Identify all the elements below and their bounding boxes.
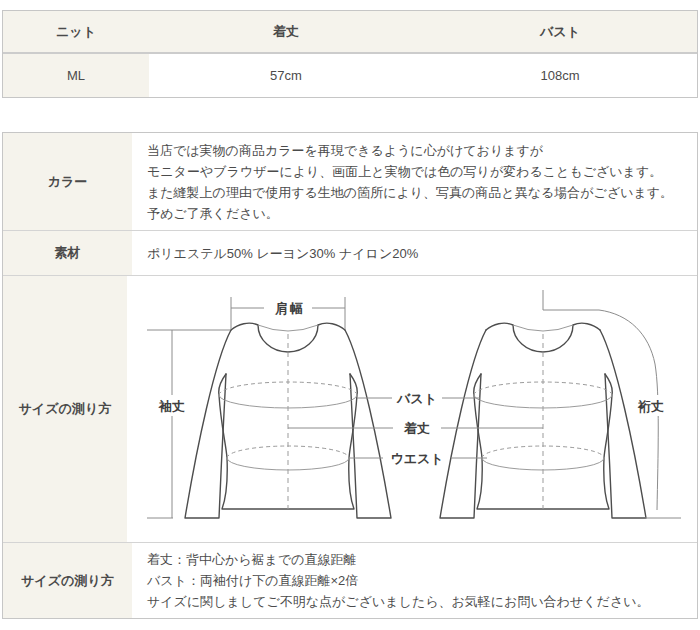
measuring-notes-label: サイズの測り方 bbox=[3, 543, 132, 618]
value-length: 57cm bbox=[149, 54, 423, 97]
size-table-header-row: ニット 着丈 バスト bbox=[3, 11, 697, 54]
measuring-note-line: バスト：両袖付け下の直線距離×2倍 bbox=[147, 570, 697, 591]
header-knit: ニット bbox=[3, 11, 149, 52]
header-bust: バスト bbox=[423, 11, 697, 52]
body-length-measure: 着丈 bbox=[288, 421, 543, 436]
product-info-table: カラー 当店では実物の商品カラーを再現できるように心がけておりますが モニターや… bbox=[2, 132, 698, 619]
material-row: 素材 ポリエステル50% レーヨン30% ナイロン20% bbox=[3, 230, 697, 275]
color-row: カラー 当店では実物の商品カラーを再現できるように心がけておりますが モニターや… bbox=[3, 133, 697, 230]
measuring-note-line: サイズに関しましてご不明な点がございましたら、お気軽にお問い合わせください。 bbox=[147, 591, 697, 612]
bust-label: バスト bbox=[396, 391, 437, 406]
measuring-diagram: 肩幅 袖丈 バスト bbox=[127, 276, 697, 542]
body-length-label: 着丈 bbox=[403, 421, 430, 436]
color-note-line: モニターやブラウザーにより、画面上と実物では色の写りが変わることもございます。 bbox=[147, 161, 697, 182]
material-row-content: ポリエステル50% レーヨン30% ナイロン20% bbox=[132, 231, 697, 275]
shirt-back-outline bbox=[440, 323, 646, 518]
yuki-length-measure: 裄丈 bbox=[543, 290, 681, 518]
color-row-content: 当店では実物の商品カラーを再現できるように心がけておりますが モニターやブラウザ… bbox=[132, 133, 697, 230]
value-bust: 108cm bbox=[423, 54, 697, 97]
color-note-line: 当店では実物の商品カラーを再現できるように心がけておりますが bbox=[147, 140, 697, 161]
measuring-notes-content: 着丈：背中心から裾までの直線距離 バスト：両袖付け下の直線距離×2倍 サイズに関… bbox=[132, 543, 697, 618]
color-row-label: カラー bbox=[3, 133, 132, 230]
material-value: ポリエステル50% レーヨン30% ナイロン20% bbox=[147, 243, 697, 264]
measuring-diagram-label: サイズの測り方 bbox=[3, 276, 127, 542]
yuki-length-label: 裄丈 bbox=[637, 399, 664, 414]
waist-label: ウエスト bbox=[390, 451, 443, 466]
product-detail-page: ニット 着丈 バスト ML 57cm 108cm カラー 当店では実物の商品カラ… bbox=[0, 0, 700, 630]
garment-measure-illustration: 肩幅 袖丈 バスト bbox=[137, 276, 697, 543]
color-note-line: 予めご了承ください。 bbox=[147, 203, 697, 224]
shoulder-width-measure: 肩幅 bbox=[231, 297, 345, 329]
sleeve-length-measure: 袖丈 bbox=[147, 330, 230, 518]
header-length: 着丈 bbox=[149, 11, 423, 52]
waist-measure: ウエスト bbox=[349, 451, 487, 466]
sleeve-length-label: 袖丈 bbox=[158, 399, 185, 414]
size-table-data-row: ML 57cm 108cm bbox=[3, 54, 697, 97]
color-note-line: また縫製上の理由で使用する生地の箇所により、写真の商品と異なる場合がございます。 bbox=[147, 182, 697, 203]
shirt-outline bbox=[185, 323, 391, 518]
measuring-diagram-row: サイズの測り方 bbox=[3, 275, 697, 542]
size-spec-table: ニット 着丈 バスト ML 57cm 108cm bbox=[2, 10, 698, 98]
measuring-notes-row: サイズの測り方 着丈：背中心から裾までの直線距離 バスト：両袖付け下の直線距離×… bbox=[3, 542, 697, 618]
measuring-note-line: 着丈：背中心から裾までの直線距離 bbox=[147, 549, 697, 570]
bust-measure: バスト bbox=[357, 391, 480, 406]
shoulder-width-label: 肩幅 bbox=[274, 301, 305, 316]
value-size: ML bbox=[3, 54, 149, 97]
material-row-label: 素材 bbox=[3, 231, 132, 275]
